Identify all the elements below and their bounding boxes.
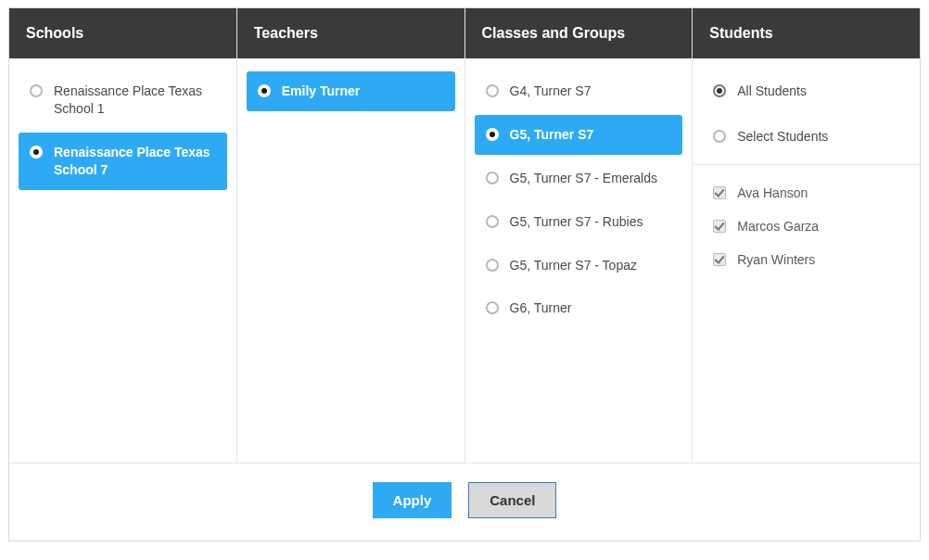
radio-icon [486,128,499,141]
checkbox-icon [713,220,726,233]
checkbox-icon [713,186,726,199]
schools-header: Schools [9,8,236,58]
class-option[interactable]: G5, Turner S7 - Emeralds [475,159,683,198]
radio-icon [486,84,499,97]
class-option[interactable]: G4, Turner S7 [475,71,683,111]
students-body: All Students Select Students Ava Hanson [693,58,920,463]
teacher-label: Emily Turner [282,83,444,100]
footer: Apply Cancel [9,464,920,541]
class-label: G6, Turner [510,299,672,317]
students-column: Students All Students Select Students [693,8,920,463]
teachers-column: Teachers Emily Turner [237,8,465,463]
teacher-option[interactable]: Emily Turner [247,71,455,111]
class-option[interactable]: G5, Turner S7 - Topaz [475,246,683,286]
students-list: Ava Hanson Marcos Garza Ryan Winters [702,176,910,276]
columns: Schools Renaissance Place Texas School 1… [9,8,920,464]
school-label: Renaissance Place Texas School 7 [54,144,216,179]
class-option[interactable]: G5, Turner S7 [475,115,683,155]
selection-panel: Schools Renaissance Place Texas School 1… [8,7,921,541]
teachers-list: Emily Turner [237,58,464,463]
classes-column: Classes and Groups G4, Turner S7 G5, Tur… [465,8,694,463]
radio-icon [30,84,43,97]
class-option[interactable]: G6, Turner [475,288,683,328]
classes-list: G4, Turner S7 G5, Turner S7 G5, Turner S… [465,58,693,463]
class-label: G5, Turner S7 - Emeralds [510,170,672,187]
apply-button[interactable]: Apply [373,482,452,518]
class-label: G4, Turner S7 [510,83,672,100]
student-checkbox-row[interactable]: Ava Hanson [702,176,910,210]
student-checkbox-row[interactable]: Marcos Garza [702,210,910,243]
class-option[interactable]: G5, Turner S7 - Rubies [475,202,683,242]
student-name: Marcos Garza [737,219,819,234]
student-checkbox-row[interactable]: Ryan Winters [702,243,910,276]
radio-icon [486,259,499,272]
school-option[interactable]: Renaissance Place Texas School 1 [19,71,227,129]
select-students-option[interactable]: Select Students [702,117,910,157]
radio-icon [713,130,726,143]
classes-header: Classes and Groups [465,8,693,58]
student-mode-group: All Students Select Students [702,71,910,157]
radio-icon [713,84,726,97]
teachers-header: Teachers [237,8,464,58]
radio-icon [258,84,271,97]
schools-column: Schools Renaissance Place Texas School 1… [9,8,237,463]
radio-icon [486,301,499,314]
checkbox-icon [713,253,726,266]
radio-icon [30,146,43,159]
students-header: Students [693,8,920,58]
class-label: G5, Turner S7 [510,126,672,144]
divider [693,164,920,165]
all-students-label: All Students [737,83,899,100]
school-option[interactable]: Renaissance Place Texas School 7 [19,133,227,190]
student-name: Ryan Winters [737,252,815,267]
select-students-label: Select Students [737,128,899,146]
schools-list: Renaissance Place Texas School 1 Renaiss… [9,58,236,463]
class-label: G5, Turner S7 - Topaz [510,257,672,274]
radio-icon [486,172,499,185]
all-students-option[interactable]: All Students [702,71,910,111]
radio-icon [486,215,499,228]
cancel-button[interactable]: Cancel [468,482,556,518]
student-name: Ava Hanson [737,185,808,200]
school-label: Renaissance Place Texas School 1 [54,83,216,118]
class-label: G5, Turner S7 - Rubies [510,213,672,231]
